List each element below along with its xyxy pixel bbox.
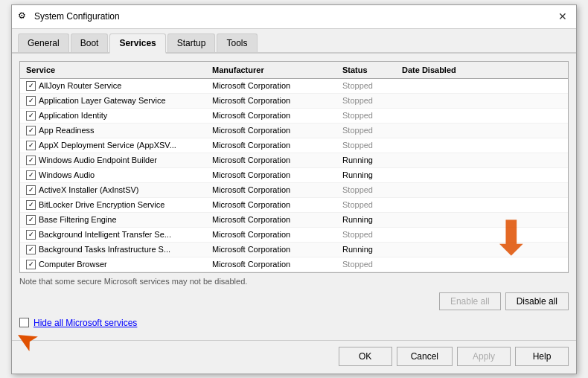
- service-name-cell[interactable]: App Readiness: [23, 124, 209, 137]
- table-row: AllJoyn Router Service Microsoft Corpora…: [20, 79, 568, 94]
- manufacturer-cell-0: Microsoft Corporation: [209, 80, 339, 92]
- ok-button[interactable]: OK: [339, 347, 392, 366]
- service-checkbox-4[interactable]: [26, 141, 36, 150]
- service-name-0: AllJoyn Router Service: [39, 81, 121, 90]
- service-name-cell[interactable]: Background Intelligent Transfer Se...: [23, 228, 209, 241]
- close-button[interactable]: ✕: [555, 9, 570, 24]
- service-checkbox-8[interactable]: [26, 200, 36, 210]
- manufacturer-cell-2: Microsoft Corporation: [209, 109, 339, 121]
- manufacturer-cell-12: Microsoft Corporation: [209, 258, 339, 270]
- service-name-cell[interactable]: ActiveX Installer (AxInstSV): [23, 184, 209, 196]
- cancel-button[interactable]: Cancel: [397, 347, 453, 366]
- manufacturer-cell-9: Microsoft Corporation: [209, 214, 339, 225]
- manufacturer-cell-4: Microsoft Corporation: [209, 139, 339, 151]
- service-name-cell[interactable]: Background Tasks Infrastructure S...: [23, 243, 209, 256]
- window-title: System Configuration: [34, 11, 120, 22]
- service-name-cell[interactable]: Application Layer Gateway Service: [23, 94, 209, 107]
- title-bar-left: ⚙ System Configuration: [18, 10, 120, 22]
- service-checkbox-3[interactable]: [26, 126, 36, 135]
- date-cell-7: [399, 188, 565, 191]
- service-checkbox-6[interactable]: [26, 170, 36, 180]
- title-bar: ⚙ System Configuration ✕: [12, 5, 576, 29]
- help-button[interactable]: Help: [515, 347, 569, 366]
- service-name-3: App Readiness: [39, 126, 95, 135]
- service-name-cell[interactable]: Windows Audio Endpoint Builder: [23, 154, 209, 167]
- status-cell-8: Stopped: [339, 199, 399, 211]
- table-row: Application Layer Gateway Service Micros…: [20, 94, 568, 109]
- date-cell-5: [399, 158, 565, 161]
- service-checkbox-12[interactable]: [26, 260, 36, 269]
- tab-startup[interactable]: Startup: [167, 33, 216, 52]
- table-row: Windows Audio Endpoint Builder Microsoft…: [20, 153, 568, 168]
- col-header-status: Status: [339, 64, 399, 76]
- status-cell-4: Stopped: [339, 139, 399, 151]
- apply-button[interactable]: Apply: [457, 347, 511, 366]
- main-content: Service Manufacturer Status Date Disable…: [12, 54, 576, 340]
- manufacturer-cell-1: Microsoft Corporation: [209, 94, 339, 106]
- disable-all-button[interactable]: Disable all: [505, 292, 569, 310]
- tab-general[interactable]: General: [18, 33, 69, 52]
- date-cell-8: [399, 203, 565, 206]
- status-cell-3: Stopped: [339, 124, 399, 136]
- date-cell-9: [399, 218, 565, 221]
- status-cell-0: Stopped: [339, 80, 399, 92]
- table-row: Computer Browser Microsoft Corporation S…: [20, 257, 568, 272]
- note-text: Note that some secure Microsoft services…: [19, 273, 569, 289]
- service-checkbox-11[interactable]: [26, 245, 36, 254]
- status-cell-2: Stopped: [339, 109, 399, 121]
- status-cell-5: Running: [339, 154, 399, 166]
- date-cell-10: [399, 233, 565, 236]
- table-row: Background Tasks Infrastructure S... Mic…: [20, 243, 568, 257]
- table-row: Application Identity Microsoft Corporati…: [20, 109, 568, 124]
- service-name-1: Application Layer Gateway Service: [39, 96, 166, 105]
- service-name-6: Windows Audio: [39, 170, 95, 179]
- enable-all-button[interactable]: Enable all: [439, 292, 501, 310]
- manufacturer-cell-8: Microsoft Corporation: [209, 199, 339, 211]
- arrow-down-icon: ⬇: [491, 211, 531, 266]
- table-row: AppX Deployment Service (AppXSV... Micro…: [20, 138, 568, 153]
- date-cell-11: [399, 248, 565, 251]
- tab-services[interactable]: Services: [109, 33, 165, 54]
- tab-tools[interactable]: Tools: [217, 33, 257, 52]
- table-row: Base Filtering Engine Microsoft Corporat…: [20, 213, 568, 228]
- manufacturer-cell-5: Microsoft Corporation: [209, 154, 339, 166]
- manufacturer-cell-11: Microsoft Corporation: [209, 243, 339, 255]
- status-cell-7: Stopped: [339, 184, 399, 196]
- date-cell-3: [399, 129, 565, 132]
- service-name-cell[interactable]: AppX Deployment Service (AppXSV...: [23, 139, 209, 152]
- service-name-cell[interactable]: Application Identity: [23, 109, 209, 122]
- table-row: App Readiness Microsoft Corporation Stop…: [20, 124, 568, 138]
- service-checkbox-10[interactable]: [26, 230, 36, 240]
- service-name-cell[interactable]: Windows Audio: [23, 169, 209, 182]
- service-name-12: Computer Browser: [39, 260, 107, 269]
- service-checkbox-7[interactable]: [26, 185, 36, 195]
- manufacturer-cell-3: Microsoft Corporation: [209, 124, 339, 136]
- status-cell-12: Stopped: [339, 258, 399, 270]
- service-checkbox-1[interactable]: [26, 96, 36, 106]
- tab-boot[interactable]: Boot: [71, 33, 109, 52]
- service-name-cell[interactable]: Computer Browser: [23, 258, 209, 271]
- tab-bar: General Boot Services Startup Tools: [12, 29, 576, 54]
- footer-buttons: OK Cancel Apply Help: [12, 340, 576, 374]
- service-name-cell[interactable]: AllJoyn Router Service: [23, 80, 209, 92]
- status-cell-1: Stopped: [339, 94, 399, 106]
- system-configuration-window: ⚙ System Configuration ✕ General Boot Se…: [11, 4, 577, 374]
- app-icon: ⚙: [18, 10, 30, 22]
- service-name-cell[interactable]: Base Filtering Engine: [23, 214, 209, 226]
- hide-label[interactable]: Hide all Microsoft services: [33, 318, 137, 328]
- service-name-11: Background Tasks Infrastructure S...: [39, 245, 170, 254]
- service-name-5: Windows Audio Endpoint Builder: [39, 156, 157, 164]
- service-checkbox-9[interactable]: [26, 215, 36, 225]
- service-checkbox-5[interactable]: [26, 156, 36, 165]
- service-checkbox-0[interactable]: [26, 81, 36, 91]
- manufacturer-cell-10: Microsoft Corporation: [209, 228, 339, 240]
- table-row: ActiveX Installer (AxInstSV) Microsoft C…: [20, 183, 568, 198]
- service-checkbox-2[interactable]: [26, 111, 36, 121]
- service-name-9: Base Filtering Engine: [39, 215, 117, 224]
- status-cell-9: Running: [339, 214, 399, 225]
- date-cell-4: [399, 144, 565, 147]
- date-cell-2: [399, 114, 565, 117]
- manufacturer-cell-7: Microsoft Corporation: [209, 184, 339, 196]
- service-name-cell[interactable]: BitLocker Drive Encryption Service: [23, 199, 209, 211]
- col-header-service: Service: [23, 64, 209, 76]
